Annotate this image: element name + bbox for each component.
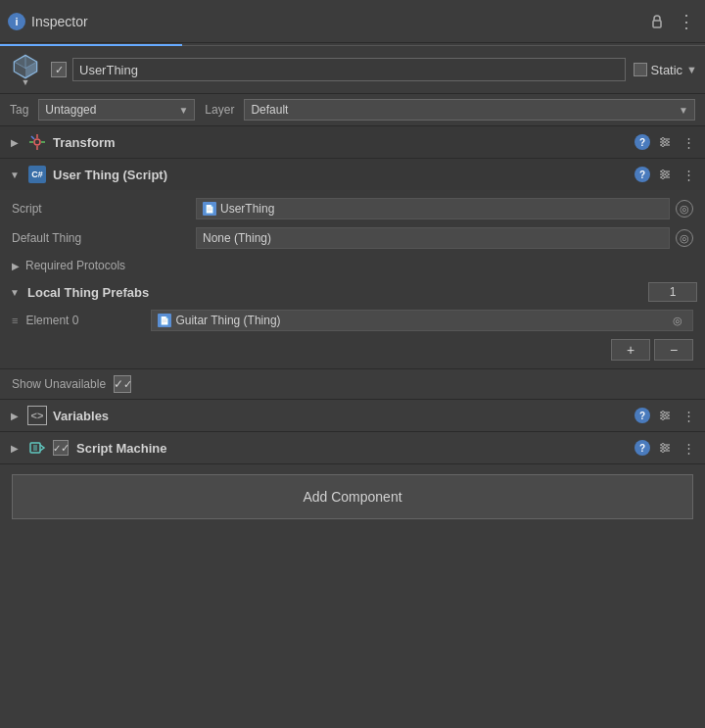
tag-dropdown[interactable]: Untagged ▼ (38, 99, 195, 121)
object-enabled-checkbox[interactable] (51, 62, 67, 77)
default-thing-field[interactable]: None (Thing) (196, 227, 670, 249)
user-thing-menu-icon[interactable]: ⋮ (680, 166, 697, 183)
transform-settings-icon[interactable] (656, 133, 674, 151)
user-thing-script-header[interactable]: ▼ C# User Thing (Script) ? ⋮ (0, 159, 705, 190)
static-dropdown-arrow[interactable]: ▼ (686, 64, 697, 75)
remove-element-button[interactable]: − (654, 339, 693, 361)
layer-label: Layer (205, 103, 234, 117)
default-thing-prop-row: Default Thing None (Thing) ◎ (0, 223, 705, 253)
variables-section: ▶ <> Variables ? ⋮ (0, 400, 705, 432)
drag-handle[interactable]: ≡ (12, 315, 18, 326)
local-prefabs-title: Local Thing Prefabs (27, 285, 642, 300)
prefabs-count-input[interactable]: 1 (648, 282, 697, 302)
tag-label: Tag (10, 103, 28, 117)
variables-header[interactable]: ▶ <> Variables ? ⋮ (0, 400, 705, 431)
svg-rect-0 (653, 21, 661, 27)
default-thing-value: None (Thing) ◎ (196, 227, 693, 249)
user-thing-script-section: ▼ C# User Thing (Script) ? ⋮ (0, 159, 705, 369)
required-protocols-row[interactable]: ▶ Required Protocols (0, 253, 705, 278)
script-prop-row: Script 📄 UserThing ◎ (0, 194, 705, 223)
script-machine-actions: ? ⋮ (634, 439, 697, 457)
variables-help-icon[interactable]: ? (634, 408, 650, 423)
header-icons: ⋮ (646, 11, 697, 32)
variables-menu-icon[interactable]: ⋮ (680, 407, 697, 424)
script-machine-help-icon[interactable]: ? (634, 440, 650, 456)
variables-code-icon: <> (27, 406, 47, 425)
local-prefabs-header: ▼ Local Thing Prefabs 1 (0, 278, 705, 306)
tag-value: Untagged (45, 103, 96, 117)
show-unavailable-checkbox[interactable]: ✓ (114, 375, 131, 393)
object-row: ▼ Static ▼ (0, 46, 705, 94)
info-icon: i (8, 13, 25, 30)
show-unavailable-label: Show Unavailable (12, 377, 106, 391)
transform-title: Transform (53, 135, 629, 150)
script-properties: Script 📄 UserThing ◎ Default Thing None … (0, 190, 705, 368)
svg-point-24 (666, 173, 669, 176)
add-element-button[interactable]: + (611, 339, 650, 361)
variables-settings-icon[interactable] (656, 407, 674, 424)
user-thing-script-title: User Thing (Script) (53, 168, 629, 182)
tag-layer-row: Tag Untagged ▼ Layer Default ▼ (0, 94, 705, 126)
script-machine-settings-icon[interactable] (656, 439, 674, 457)
script-prop-value: 📄 UserThing ◎ (196, 198, 693, 219)
svg-point-18 (666, 141, 669, 144)
protocols-expand-arrow: ▶ (12, 261, 20, 271)
svg-point-31 (662, 417, 665, 420)
element-file-icon: 📄 (158, 314, 171, 327)
user-thing-settings-icon[interactable] (656, 166, 674, 183)
svg-point-41 (662, 450, 665, 453)
script-circle-btn[interactable]: ◎ (676, 200, 693, 218)
user-thing-help-icon[interactable]: ? (634, 167, 650, 182)
transform-help-icon[interactable]: ? (634, 134, 650, 150)
default-thing-text: None (Thing) (203, 231, 271, 245)
svg-point-8 (34, 139, 40, 145)
layer-value: Default (251, 103, 288, 117)
default-thing-label: Default Thing (12, 231, 188, 245)
transform-actions: ? ⋮ (634, 133, 697, 151)
script-machine-title: Script Machine (76, 441, 629, 456)
element-0-circle-btn[interactable]: ◎ (669, 312, 686, 329)
element-0-field[interactable]: 📄 Guitar Thing (Thing) ◎ (151, 310, 693, 331)
transform-section: ▶ Transform ? (0, 126, 705, 159)
script-machine-icon (27, 438, 47, 458)
script-prop-label: Script (12, 202, 188, 216)
script-machine-checkbox[interactable]: ✓ (53, 440, 69, 456)
show-unavailable-row: Show Unavailable ✓ (0, 369, 705, 400)
script-machine-header[interactable]: ▶ ✓ Script Machine ? (0, 432, 705, 463)
variables-title: Variables (53, 409, 629, 423)
svg-point-23 (662, 170, 665, 173)
script-machine-menu-icon[interactable]: ⋮ (680, 439, 697, 457)
static-label: Static (651, 63, 683, 77)
user-thing-script-actions: ? ⋮ (634, 166, 697, 183)
layer-dropdown[interactable]: Default ▼ (244, 99, 695, 121)
element-0-row: ≡ Element 0 📄 Guitar Thing (Thing) ◎ (0, 306, 705, 335)
menu-icon[interactable]: ⋮ (676, 11, 697, 32)
script-field[interactable]: 📄 UserThing (196, 198, 670, 219)
static-checkbox[interactable] (634, 63, 647, 76)
prefabs-expand-arrow: ▼ (8, 285, 22, 299)
transform-section-header[interactable]: ▶ Transform ? (0, 126, 705, 158)
inspector-header: i Inspector ⋮ (0, 0, 705, 43)
script-value: UserThing (220, 202, 274, 216)
svg-point-19 (662, 144, 665, 147)
checkbox-row (51, 58, 626, 81)
variables-expand-arrow: ▶ (8, 409, 22, 422)
svg-point-25 (662, 176, 665, 179)
static-row: Static ▼ (634, 63, 697, 77)
inspector-title: Inspector (31, 14, 646, 29)
cube-icon: ▼ (8, 52, 43, 87)
add-component-button[interactable]: Add Component (12, 474, 693, 519)
svg-point-17 (662, 138, 665, 141)
svg-point-29 (662, 412, 665, 414)
add-remove-row: + − (0, 335, 705, 364)
element-0-value: Guitar Thing (Thing) (175, 314, 280, 327)
add-component-section: Add Component (0, 464, 705, 529)
default-thing-circle-btn[interactable]: ◎ (676, 229, 693, 247)
svg-line-13 (31, 136, 34, 139)
user-thing-expand-arrow: ▼ (8, 168, 22, 181)
svg-point-39 (662, 444, 665, 447)
lock-icon[interactable] (646, 11, 668, 32)
object-name-input[interactable] (72, 58, 626, 81)
transform-menu-icon[interactable]: ⋮ (680, 133, 697, 151)
svg-point-30 (666, 414, 669, 417)
